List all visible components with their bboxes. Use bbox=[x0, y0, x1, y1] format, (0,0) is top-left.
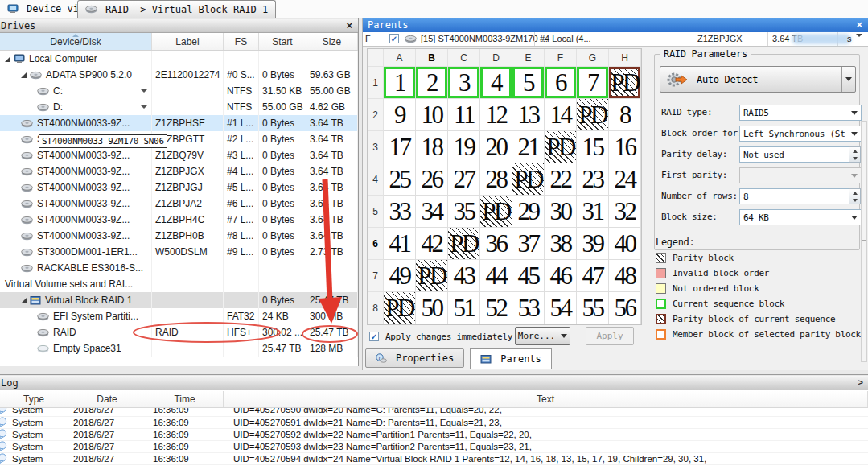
raid-grid-cell[interactable]: 5 bbox=[512, 67, 545, 99]
tab-properties[interactable]: i Properties bbox=[365, 348, 464, 368]
drive-row[interactable]: D:NTFS55.00 GB4.62 GB bbox=[0, 99, 358, 115]
drives-close-icon[interactable]: × bbox=[346, 19, 352, 31]
raid-grid-cell[interactable]: 15 bbox=[577, 131, 609, 163]
raid-grid-cell[interactable]: 12 bbox=[480, 99, 512, 131]
parity-block-cell[interactable]: PD bbox=[416, 260, 448, 292]
tab-parents[interactable]: Parents bbox=[470, 348, 552, 369]
number-of-rows-spinner[interactable]: 8 bbox=[739, 188, 862, 204]
drive-row[interactable]: Empty Space3125.47 TB128 MB bbox=[0, 340, 358, 357]
block-size-select[interactable]: 64 KB bbox=[739, 209, 862, 225]
block-order-select[interactable]: Left Synchronous (St bbox=[739, 126, 862, 142]
raid-grid-cell[interactable]: 23 bbox=[577, 163, 609, 196]
raid-grid-cell[interactable]: 32 bbox=[609, 196, 641, 228]
raid-grid-cell[interactable]: 26 bbox=[416, 163, 448, 196]
raid-grid-cell[interactable]: 21 bbox=[512, 131, 545, 163]
raid-grid-cell[interactable]: 41 bbox=[384, 228, 416, 260]
parity-block-cell[interactable]: PD bbox=[577, 99, 609, 131]
volume-dropdown-icon[interactable] bbox=[141, 105, 147, 109]
parity-block-cell[interactable]: PD bbox=[480, 196, 512, 228]
raid-grid-cell[interactable]: 2 bbox=[416, 67, 448, 99]
first-parity-select[interactable] bbox=[739, 167, 862, 183]
number-of-rows-spin-buttons[interactable] bbox=[849, 188, 861, 204]
tree-expanded-icon[interactable] bbox=[21, 72, 27, 78]
spin-up-icon[interactable] bbox=[849, 147, 860, 155]
drive-row[interactable]: ST4000NM0033-9Z...Z1ZBQ79V#3 L...0 Bytes… bbox=[0, 147, 358, 163]
raid-grid-cell[interactable]: 25 bbox=[384, 163, 416, 196]
raid-grid-cell[interactable]: 17 bbox=[384, 131, 416, 163]
raid-grid-cell[interactable]: 47 bbox=[577, 260, 609, 292]
log-row[interactable]: System2018/6/2716:36:09UID=405270591 dwI… bbox=[0, 417, 868, 429]
raid-grid-cell[interactable]: 50 bbox=[416, 292, 448, 324]
parents-close-icon[interactable]: × bbox=[856, 19, 862, 31]
drive-row[interactable]: ST3000DM001-1ER1...W500DSLM#9 L...0 Byte… bbox=[0, 244, 358, 260]
drive-row[interactable]: C:NTFS31.50 KB55.00 GB bbox=[0, 83, 358, 99]
raid-grid-cell[interactable]: 46 bbox=[545, 260, 577, 292]
column-header-start[interactable]: Start bbox=[259, 33, 306, 50]
chevron-down-icon[interactable] bbox=[848, 210, 861, 225]
parity-delay-spinner[interactable]: Not used bbox=[739, 146, 862, 163]
raid-grid-cell[interactable]: 11 bbox=[448, 99, 480, 131]
log-chevron-icon[interactable]: > bbox=[858, 377, 863, 387]
raid-grid-cell[interactable]: 4 bbox=[480, 67, 512, 99]
drive-row[interactable]: Local Computer bbox=[0, 51, 358, 67]
apply-button[interactable]: Apply bbox=[586, 327, 634, 345]
drive-row[interactable]: RAIDRAIDHFS+300.02 ...25.47 TB bbox=[0, 324, 358, 340]
chevron-down-icon[interactable] bbox=[848, 105, 861, 120]
raid-grid-cell[interactable]: 53 bbox=[512, 292, 545, 324]
raid-grid-cell[interactable]: 48 bbox=[609, 260, 641, 292]
drive-row[interactable]: ST4000NM0033-9Z...Z1ZBPJGJ#5 L...0 Bytes… bbox=[0, 179, 358, 196]
raid-grid-cell[interactable]: 44 bbox=[480, 260, 512, 292]
raid-grid-cell[interactable]: 9 bbox=[384, 99, 416, 131]
raid-grid-cell[interactable]: 8 bbox=[609, 99, 641, 131]
raid-grid-cell[interactable]: 30 bbox=[545, 196, 577, 228]
parent-disk-row[interactable]: F ✓ [15] ST4000NM0033-9ZM170 ... #4 Loca… bbox=[363, 32, 868, 47]
raid-grid-cell[interactable]: 42 bbox=[416, 228, 448, 260]
drive-row[interactable]: ST4000NM0033-9Z...Z1ZBPJGX#4 L...0 Bytes… bbox=[0, 163, 358, 179]
column-header-size[interactable]: Size bbox=[306, 33, 358, 50]
raid-grid-cell[interactable]: 52 bbox=[480, 292, 512, 324]
raid-grid-cell[interactable]: 40 bbox=[609, 228, 641, 260]
raid-grid-cell[interactable]: 31 bbox=[577, 196, 609, 228]
parity-block-cell[interactable]: PD bbox=[448, 228, 480, 260]
log-row[interactable]: System2018/6/2716:36:09UID=405270593 dwI… bbox=[0, 441, 868, 453]
raid-grid-cell[interactable]: 43 bbox=[448, 260, 480, 292]
parity-delay-spin-buttons[interactable] bbox=[849, 146, 861, 163]
raid-grid-cell[interactable]: 55 bbox=[577, 292, 609, 324]
drive-row[interactable]: EFI System Partiti...FAT3224 KB300 MB bbox=[0, 308, 358, 324]
raid-grid-cell[interactable]: 49 bbox=[384, 260, 416, 292]
raid-grid-cell[interactable]: 38 bbox=[545, 228, 577, 260]
raid-grid-cell[interactable]: 36 bbox=[480, 228, 512, 260]
volume-dropdown-icon[interactable] bbox=[141, 89, 147, 93]
raid-grid-cell[interactable]: 14 bbox=[545, 99, 577, 131]
log-row[interactable]: System2018/6/2716:36:09UID=405270590 dwI… bbox=[0, 408, 868, 417]
raid-grid-cell[interactable]: 13 bbox=[512, 99, 545, 131]
auto-detect-dropdown-icon[interactable] bbox=[841, 67, 855, 92]
raid-grid-cell[interactable]: 34 bbox=[416, 196, 448, 228]
drive-row[interactable]: ST4000NM0033-9Z...Z1ZBPHSE#1 L...0 Bytes… bbox=[0, 115, 358, 131]
raid-grid-cell[interactable]: 54 bbox=[545, 292, 577, 324]
tree-expanded-icon[interactable] bbox=[21, 298, 27, 303]
raid-grid-cell[interactable]: 19 bbox=[448, 131, 480, 163]
column-header-fs[interactable]: FS bbox=[224, 33, 259, 50]
raid-grid-cell[interactable]: 56 bbox=[609, 292, 641, 324]
raid-grid-cell[interactable]: 29 bbox=[512, 196, 545, 228]
tab-raid-view[interactable]: RAID -> Virtual Block RAID 1 bbox=[77, 0, 276, 18]
raid-grid-cell[interactable]: 18 bbox=[416, 131, 448, 163]
apply-immediately-checkbox[interactable]: ✓ bbox=[369, 332, 379, 341]
parity-block-cell[interactable]: PD bbox=[512, 163, 545, 196]
raid-grid-cell[interactable]: 7 bbox=[577, 67, 609, 99]
drive-row[interactable]: ST4000NM0033-9Z...Z1ZBPH0B#8 L...0 Bytes… bbox=[0, 228, 358, 244]
raid-grid-cell[interactable]: 37 bbox=[512, 228, 545, 260]
log-column-type[interactable]: Type bbox=[0, 391, 68, 407]
drive-row[interactable]: Virtual Block RAID 10 Bytes25.47 TB bbox=[0, 292, 358, 308]
vertical-scrollbar[interactable] bbox=[861, 121, 867, 362]
spin-down-icon[interactable] bbox=[849, 196, 860, 204]
parent-disk-checkbox[interactable]: ✓ bbox=[389, 34, 399, 43]
column-header-label[interactable]: Label bbox=[152, 33, 224, 50]
raid-grid-cell[interactable]: 22 bbox=[545, 163, 577, 196]
raid-grid-cell[interactable]: 16 bbox=[609, 131, 641, 163]
raid-grid-cell[interactable]: 28 bbox=[480, 163, 512, 196]
drive-row[interactable]: ST4000NM0033-9Z...Z1ZBPJA2#6 L...0 Bytes… bbox=[0, 196, 358, 212]
log-column-date[interactable]: Date bbox=[68, 391, 146, 407]
raid-grid-cell[interactable]: 10 bbox=[416, 99, 448, 131]
